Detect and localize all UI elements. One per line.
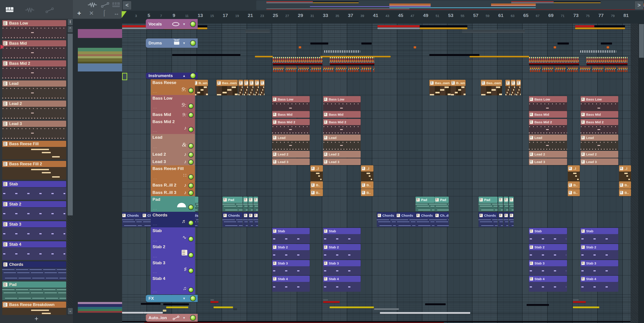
track-options[interactable]: ... — [153, 129, 157, 133]
automation-clip-black[interactable] — [163, 303, 189, 305]
clip-stab2[interactable]: Stab 2 — [323, 244, 361, 260]
automation-clip-gray[interactable] — [122, 312, 144, 314]
pattern-preview[interactable] — [2, 67, 66, 79]
track-group-autoion[interactable]: Auto..ion▼ — [146, 314, 198, 322]
track-options[interactable]: ... — [153, 238, 157, 242]
clip-chords[interactable]: Chords — [396, 212, 416, 227]
pattern-item-lead-3[interactable]: Lead 3 — [2, 121, 66, 139]
drum-clip-gold[interactable] — [470, 56, 529, 57]
clip-chords[interactable]: Chords — [377, 212, 396, 227]
clip-bassmid2[interactable]: Bass Mid 2 — [323, 119, 361, 134]
clip-pad[interactable] — [498, 197, 503, 211]
clip-header[interactable]: Stab 4 — [580, 276, 618, 282]
clip-b[interactable]: B.. — [361, 181, 374, 189]
clip-header[interactable]: Lead 2 — [529, 151, 567, 158]
pattern-scrollbar-thumb[interactable] — [68, 33, 73, 216]
pattern-header[interactable]: Pad — [2, 282, 66, 288]
mute-led[interactable] — [190, 296, 196, 301]
clip-lead2[interactable]: Lead 2 — [272, 151, 310, 158]
track-options[interactable]: ... — [153, 90, 157, 94]
clip-header[interactable] — [249, 80, 254, 86]
automation-clip-yellow[interactable] — [166, 307, 188, 308]
clip-pad[interactable] — [243, 197, 248, 211]
automation-clip-dark[interactable] — [233, 308, 237, 310]
automation-clip-grip[interactable] — [210, 299, 214, 301]
clip-header[interactable]: B.. — [619, 189, 631, 196]
clip-reese[interactable] — [260, 80, 264, 95]
pattern-header[interactable]: Stab 2 — [2, 201, 66, 207]
automation-clip-grip[interactable] — [573, 299, 579, 301]
clip-pad[interactable] — [509, 197, 514, 211]
clip-header[interactable]: B.. — [361, 181, 374, 189]
track-options[interactable]: ... — [153, 206, 157, 210]
clip-header[interactable] — [260, 80, 264, 86]
track-focus-box[interactable] — [122, 73, 127, 80]
clip-header[interactable]: Stab 3 — [323, 260, 361, 266]
clip-pad[interactable] — [248, 197, 253, 211]
clip-bwn[interactable]: B..wn — [193, 80, 208, 95]
clip-header[interactable]: Stab 2 — [529, 244, 567, 250]
drum-pattern-block[interactable] — [273, 66, 374, 72]
clip-header[interactable]: Lead — [272, 134, 310, 141]
clip-bassmid2[interactable]: Bass Mid 2 — [529, 119, 567, 134]
pattern-item-bass-reese-fill-2[interactable]: Bass Reese Fill 2 — [2, 161, 66, 180]
clip-header[interactable]: B..wn — [193, 80, 208, 86]
drum-clip-black[interactable] — [310, 42, 328, 44]
clip-stab[interactable]: Stab — [529, 228, 567, 244]
clip-lead3[interactable]: Lead 3 — [580, 158, 618, 165]
clip-lead[interactable]: Lead — [272, 134, 310, 150]
track-stab4[interactable]: Stab 4...♫ — [151, 275, 195, 295]
clip-stab3[interactable]: Stab 3 — [323, 260, 361, 275]
clip-stab[interactable]: Stab — [580, 228, 618, 244]
automation-clip-grip[interactable] — [323, 299, 328, 301]
clip-header[interactable] — [504, 212, 508, 219]
track-bassreese[interactable]: Bass Reese...9: — [151, 79, 195, 95]
track-options[interactable]: ... — [153, 270, 157, 274]
clip-header[interactable] — [504, 197, 508, 203]
automation-clip-red[interactable] — [323, 301, 340, 303]
automation-clip-gray[interactable] — [144, 312, 163, 314]
clip-lead2[interactable]: Lead 2 — [529, 151, 567, 158]
automation-clip-yellow[interactable] — [330, 307, 374, 308]
automation-clip-tan[interactable] — [163, 310, 166, 312]
mute-led[interactable] — [190, 40, 196, 46]
minimap-fwd-button[interactable]: > — [634, 1, 644, 10]
pattern-header[interactable]: Lead 3 — [2, 121, 66, 127]
clip-header[interactable]: ..l — [619, 165, 631, 172]
clip-header[interactable]: Chords — [396, 212, 416, 219]
clip-stab4[interactable]: Stab 4 — [272, 276, 310, 292]
clip-header[interactable]: Lead 3 — [323, 158, 361, 165]
clip-header[interactable]: Chords — [377, 212, 396, 219]
vocal-clip-black[interactable] — [420, 25, 467, 27]
clip-header[interactable] — [243, 212, 248, 219]
track-lead3[interactable]: Lead 3♪ — [151, 158, 195, 165]
cut-icon[interactable]: ✕ — [89, 10, 94, 16]
clip-header[interactable] — [505, 80, 510, 86]
pattern-item-stab-3[interactable]: Stab 3 — [2, 221, 66, 240]
clip-header[interactable]: Chords — [222, 212, 242, 219]
picker-piano-icon[interactable] — [112, 2, 120, 7]
perc-dot[interactable] — [299, 46, 301, 48]
clip-header[interactable]: ..l — [310, 165, 323, 172]
vocal-clip-gray[interactable] — [378, 27, 420, 29]
clip-stab[interactable]: Stab — [272, 228, 310, 244]
drum-clip-black[interactable] — [558, 42, 569, 44]
drum-pattern-block[interactable] — [586, 57, 628, 65]
clip-b[interactable]: B.. — [361, 189, 374, 196]
slide-icon[interactable]: ⌠ — [102, 10, 106, 16]
clip-l[interactable]: ..l — [619, 165, 631, 181]
clip-header[interactable]: Stab 2 — [580, 244, 618, 250]
track-stab[interactable]: Stab...∿ — [151, 227, 195, 244]
clip-header[interactable] — [248, 197, 253, 203]
clip-stab2[interactable]: Stab 2 — [272, 244, 310, 260]
drum-clip-gold[interactable] — [255, 56, 273, 57]
clip-header[interactable]: Lead 3 — [580, 158, 618, 165]
pattern-item-chords[interactable]: Chords — [2, 261, 66, 280]
clip-header[interactable]: Stab 4 — [272, 276, 310, 282]
mute-led[interactable] — [188, 268, 194, 273]
clip-header[interactable] — [253, 197, 258, 203]
automation-clip-black[interactable] — [141, 303, 160, 305]
clip-chords[interactable] — [498, 212, 503, 227]
drum-clip-black[interactable] — [172, 54, 197, 56]
drum-pattern-block[interactable] — [530, 66, 628, 72]
